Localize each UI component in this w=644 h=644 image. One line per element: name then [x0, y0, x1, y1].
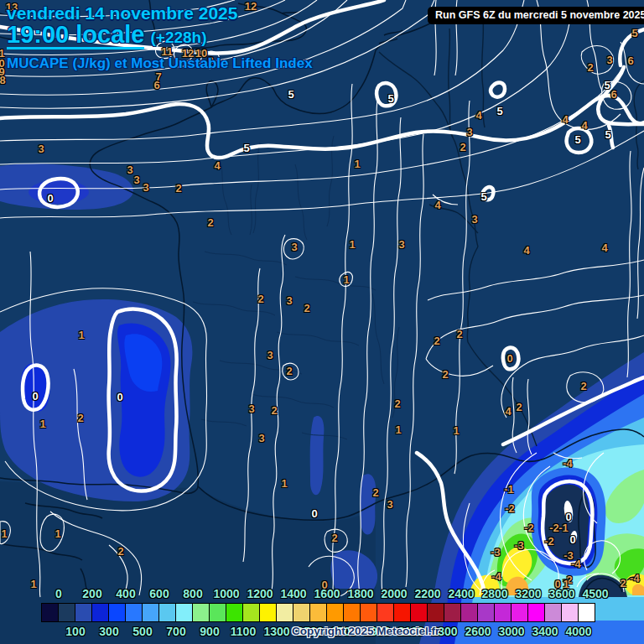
contour-label: 3 — [606, 55, 612, 65]
legend-swatches — [42, 603, 595, 622]
contour-label: 3 — [291, 242, 297, 252]
contour-label: 1 — [78, 330, 84, 340]
legend-swatch — [561, 603, 579, 622]
contour-label: 0 — [117, 392, 122, 402]
contour-label: 12 — [245, 1, 257, 12]
legend-swatch — [58, 603, 75, 622]
contour-label: 2 — [286, 366, 292, 377]
contour-label: 5 — [631, 28, 637, 39]
parameter-subtitle: MUCAPE (J/kg) et Most Unstable Lifted In… — [7, 55, 313, 72]
contour-label: 3 — [286, 295, 292, 306]
contour-label: 4 — [601, 242, 607, 253]
legend-value-label: 1300 — [263, 625, 289, 638]
contour-label: 3 — [471, 214, 477, 225]
contour-label: 2 — [331, 532, 337, 543]
legend-swatch — [393, 603, 411, 622]
legend-value-label: 2400 — [448, 587, 474, 600]
contour-label: -1 — [558, 522, 569, 533]
contour-label: 0 — [47, 193, 53, 204]
contour-label: 5 — [496, 106, 502, 117]
contour-label: 0 — [506, 353, 512, 364]
contour-label: 3 — [133, 174, 139, 185]
legend-swatch — [511, 603, 528, 622]
legend-swatch — [226, 603, 243, 622]
legend-value-label: 1400 — [280, 587, 306, 600]
legend-value-label: 2000 — [381, 587, 407, 600]
contour-label: 6 — [153, 80, 159, 91]
legend-value-label: 400 — [116, 587, 135, 600]
legend-swatch — [544, 603, 562, 622]
contour-label: 2 — [460, 142, 465, 153]
contour-label: 1 — [349, 239, 355, 250]
contour-label: 1 — [281, 478, 287, 489]
contour-label: 4 — [562, 114, 568, 125]
legend-swatch — [444, 603, 461, 622]
contour-label: 2 — [456, 329, 462, 340]
contour-label: 2 — [271, 405, 277, 416]
contour-label: -3 — [491, 547, 501, 558]
legend-value-label: 1100 — [231, 625, 256, 638]
legend-swatch — [427, 603, 444, 622]
contour-label: 2 — [207, 217, 213, 228]
contour-label: 1 — [343, 274, 349, 285]
contour-label: 1 — [354, 158, 360, 169]
legend-value-label: 900 — [200, 625, 219, 638]
contour-label: 2 — [587, 62, 593, 73]
contour-label: 3 — [267, 350, 273, 361]
contour-label: 1 — [39, 418, 45, 429]
contour-label: 4 — [523, 245, 529, 256]
contour-label: 3 — [127, 164, 132, 175]
contour-label: 3 — [466, 127, 472, 138]
contour-label: 6 — [610, 89, 616, 100]
contour-label: 5 — [288, 89, 293, 100]
legend-swatch — [175, 603, 193, 622]
legend-value-label: 2200 — [414, 587, 440, 600]
legend-swatch — [410, 603, 428, 622]
legend-value-label: 1200 — [247, 587, 273, 600]
contour-label: -1 — [504, 484, 514, 495]
legend-swatch — [460, 603, 478, 622]
contour-label: 8 — [0, 75, 6, 86]
legend-value-label: 4000 — [565, 625, 591, 638]
contour-label: -2 — [544, 536, 554, 547]
legend-value-label: 3400 — [532, 625, 558, 638]
contour-label: 2 — [580, 381, 586, 392]
contour-label: 0 — [32, 391, 38, 402]
contour-label: -2 — [524, 522, 534, 533]
legend-value-label: 600 — [149, 587, 169, 600]
contour-label: 5 — [605, 129, 610, 140]
contour-label: 3 — [258, 433, 264, 444]
contour-label: 3 — [143, 182, 148, 193]
contour-label: 5 — [480, 191, 486, 202]
contour-label: 0 — [569, 534, 575, 545]
legend-swatch — [142, 603, 159, 622]
legend-value-label: 500 — [132, 625, 152, 638]
contour-label: 5 — [574, 134, 580, 145]
contour-label: 2 — [117, 546, 123, 557]
legend-swatch — [209, 603, 226, 622]
contour-label: 5 — [243, 143, 249, 153]
contour-label: 2 — [442, 369, 448, 380]
contour-label: 1 — [395, 424, 401, 435]
legend-swatch — [158, 603, 176, 622]
legend-swatch — [309, 603, 327, 622]
legend-swatch — [259, 603, 277, 622]
legend-swatch — [125, 603, 143, 622]
contour-label: -4 — [491, 571, 501, 582]
legend-swatch — [41, 603, 59, 622]
legend-swatch — [192, 603, 210, 622]
legend-swatch — [527, 603, 545, 622]
contour-label: 0 — [311, 508, 317, 519]
model-run-info: Run GFS 6Z du mercredi 5 novembre 2025 — [428, 7, 644, 24]
time-row: 19:00 locale (+228h) — [7, 22, 207, 49]
contour-label: 4 — [505, 406, 511, 417]
legend-swatch — [108, 603, 126, 622]
legend-value-label: 1000 — [213, 587, 239, 600]
legend-value-label: 3200 — [515, 587, 541, 600]
legend-swatch — [343, 603, 361, 622]
legend-swatch — [494, 603, 512, 622]
contour-label: 1 — [453, 425, 459, 436]
legend-value-label: 200 — [82, 587, 101, 600]
weather-map — [0, 0, 644, 644]
contour-label: 5 — [604, 80, 610, 91]
